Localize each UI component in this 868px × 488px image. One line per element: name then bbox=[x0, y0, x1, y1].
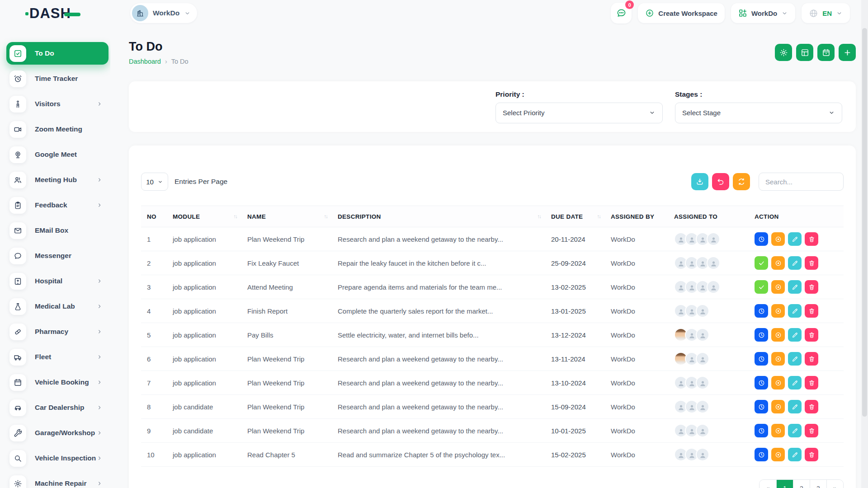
sort-icon[interactable]: ↑↓ bbox=[597, 214, 601, 219]
view-action-button[interactable] bbox=[771, 232, 785, 246]
sidebar-item-zoom-meeting[interactable]: Zoom Meeting bbox=[6, 118, 108, 141]
workspace-selector[interactable]: WorkDo bbox=[130, 3, 197, 23]
edit-action-button[interactable] bbox=[788, 424, 802, 437]
sidebar-item-fleet[interactable]: Fleet bbox=[6, 346, 108, 368]
sidebar-item-medical-lab[interactable]: Medical Lab bbox=[6, 295, 108, 318]
sidebar-item-machine-repair[interactable]: Machine Repair bbox=[6, 472, 108, 488]
sidebar-item-meeting-hub[interactable]: Meeting Hub bbox=[6, 169, 108, 191]
chevron-right-icon bbox=[96, 354, 103, 360]
reminder-action-button[interactable] bbox=[755, 376, 768, 389]
sort-icon[interactable]: ↑↓ bbox=[234, 214, 237, 219]
edit-action-button[interactable] bbox=[788, 376, 802, 389]
search-input[interactable] bbox=[759, 173, 844, 191]
edit-action-button[interactable] bbox=[788, 256, 802, 270]
delete-action-button[interactable] bbox=[805, 400, 818, 413]
table-row: 5 job application Pay Bills Settle elect… bbox=[141, 323, 844, 347]
sidebar-item-google-meet[interactable]: Google Meet bbox=[6, 143, 108, 166]
edit-action-button[interactable] bbox=[788, 352, 802, 366]
globe-icon bbox=[809, 9, 818, 18]
view-action-button[interactable] bbox=[771, 424, 785, 437]
reminder-action-button[interactable] bbox=[755, 400, 768, 413]
complete-action-button[interactable] bbox=[755, 256, 768, 270]
pagination-item-[interactable]: « bbox=[760, 480, 776, 488]
sidebar-item-to-do[interactable]: To Do bbox=[6, 42, 108, 65]
edit-action-button[interactable] bbox=[788, 400, 802, 413]
cell-module: job application bbox=[167, 251, 241, 275]
view-action-button[interactable] bbox=[771, 448, 785, 461]
view-action-button[interactable] bbox=[771, 328, 785, 342]
sidebar-item-email-box[interactable]: EMail Box bbox=[6, 219, 108, 242]
settings-button[interactable] bbox=[775, 44, 792, 61]
reminder-action-button[interactable] bbox=[755, 424, 768, 437]
breadcrumb-dashboard-link[interactable]: Dashboard bbox=[129, 58, 161, 65]
reminder-action-button[interactable] bbox=[755, 448, 768, 461]
sidebar-item-feedback[interactable]: Feedback bbox=[6, 194, 108, 216]
refresh-button[interactable] bbox=[733, 173, 750, 190]
sort-icon[interactable]: ↑↓ bbox=[324, 214, 328, 219]
column-header-name: NAME↑↓ bbox=[241, 206, 332, 227]
pagination-item-[interactable]: » bbox=[826, 480, 843, 488]
delete-action-button[interactable] bbox=[805, 280, 818, 294]
pagination-item-3[interactable]: 3 bbox=[810, 480, 826, 488]
view-action-button[interactable] bbox=[771, 304, 785, 318]
delete-action-button[interactable] bbox=[805, 256, 818, 270]
delete-action-button[interactable] bbox=[805, 232, 818, 246]
delete-action-button[interactable] bbox=[805, 304, 818, 318]
app-logo[interactable]: DASH bbox=[25, 5, 80, 22]
car-icon bbox=[14, 404, 22, 412]
pagination-item-1[interactable]: 1 bbox=[776, 480, 793, 488]
check-square-icon bbox=[14, 49, 22, 58]
scrollbar-thumb[interactable] bbox=[862, 28, 867, 417]
table-row: 6 job application Plan Weekend Trip Rese… bbox=[141, 347, 844, 371]
sidebar-item-car-dealership[interactable]: Car Dealership bbox=[6, 396, 108, 419]
column-header-module: MODULE↑↓ bbox=[167, 206, 241, 227]
export-button[interactable] bbox=[691, 173, 708, 190]
view-action-button[interactable] bbox=[771, 256, 785, 270]
view-action-button[interactable] bbox=[771, 280, 785, 294]
delete-action-button[interactable] bbox=[805, 424, 818, 437]
reminder-action-button[interactable] bbox=[755, 232, 768, 246]
undo-button[interactable] bbox=[712, 173, 729, 190]
view-action-button[interactable] bbox=[771, 352, 785, 366]
sidebar-item-pharmacy[interactable]: Pharmacy bbox=[6, 320, 108, 343]
edit-action-button[interactable] bbox=[788, 448, 802, 461]
delete-action-button[interactable] bbox=[805, 448, 818, 461]
grid-view-button[interactable] bbox=[796, 44, 813, 61]
view-action-button[interactable] bbox=[771, 376, 785, 389]
reminder-action-button[interactable] bbox=[755, 352, 768, 366]
sidebar-item-visitors[interactable]: Visitors bbox=[6, 93, 108, 115]
delete-action-button[interactable] bbox=[805, 328, 818, 342]
complete-action-button[interactable] bbox=[755, 280, 768, 294]
priority-select[interactable]: Select Priority bbox=[495, 103, 663, 123]
reminder-action-button[interactable] bbox=[755, 328, 768, 342]
sidebar-item-hospital[interactable]: Hospital bbox=[6, 270, 108, 292]
workspace-menu-button[interactable]: WorkDo bbox=[731, 3, 795, 23]
page-scrollbar[interactable] bbox=[861, 0, 868, 488]
edit-action-button[interactable] bbox=[788, 280, 802, 294]
todo-table-card: 10 Entries Per Page NOMODULE↑↓NAME↑↓DESC… bbox=[129, 145, 856, 488]
column-header-no: NO bbox=[141, 206, 167, 227]
create-workspace-button[interactable]: Create Workspace bbox=[638, 3, 725, 23]
calendar-view-button[interactable] bbox=[817, 44, 835, 61]
reminder-action-button[interactable] bbox=[755, 304, 768, 318]
edit-action-button[interactable] bbox=[788, 232, 802, 246]
sidebar-item-garage-workshop[interactable]: Garage/Workshop bbox=[6, 422, 108, 444]
language-button[interactable]: EN bbox=[802, 3, 850, 23]
sidebar-item-vehicle-inspection[interactable]: Vehicle Inspection bbox=[6, 447, 108, 469]
sidebar-item-messenger[interactable]: Messenger bbox=[6, 244, 108, 267]
pagination-item-2[interactable]: 2 bbox=[793, 480, 810, 488]
sidebar-item-label: Feedback bbox=[35, 201, 67, 209]
add-todo-button[interactable] bbox=[839, 44, 856, 61]
edit-action-button[interactable] bbox=[788, 304, 802, 318]
sort-icon[interactable]: ↑↓ bbox=[538, 214, 541, 219]
edit-action-button[interactable] bbox=[788, 328, 802, 342]
delete-action-button[interactable] bbox=[805, 352, 818, 366]
delete-action-button[interactable] bbox=[805, 376, 818, 389]
messages-button[interactable]: 0 bbox=[611, 3, 632, 23]
sidebar-item-vehicle-booking[interactable]: Vehicle Booking bbox=[6, 371, 108, 394]
sidebar-item-time-tracker[interactable]: Time Tracker bbox=[6, 67, 108, 90]
cell-no: 10 bbox=[141, 443, 167, 467]
stage-select[interactable]: Select Stage bbox=[675, 103, 842, 123]
view-action-button[interactable] bbox=[771, 400, 785, 413]
entries-per-page-select[interactable]: 10 bbox=[141, 173, 168, 191]
